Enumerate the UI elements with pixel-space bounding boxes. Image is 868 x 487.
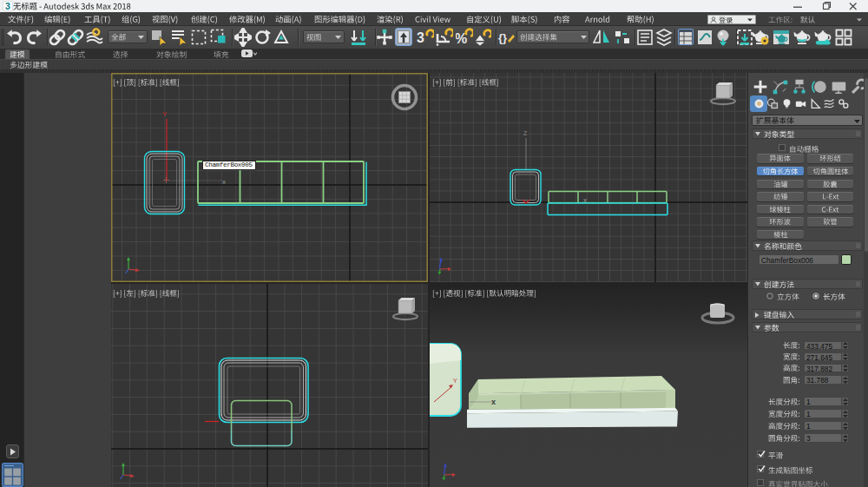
svg-text:x: x	[222, 178, 226, 186]
svg-text:Y: Y	[162, 110, 168, 118]
svg-text:3: 3	[5, 1, 10, 11]
svg-text:x: x	[491, 398, 496, 406]
svg-text:{}: {}	[498, 31, 507, 44]
svg-text:Y: Y	[453, 378, 457, 384]
svg-text:Z: Z	[523, 130, 528, 136]
svg-text:3: 3	[417, 30, 424, 45]
